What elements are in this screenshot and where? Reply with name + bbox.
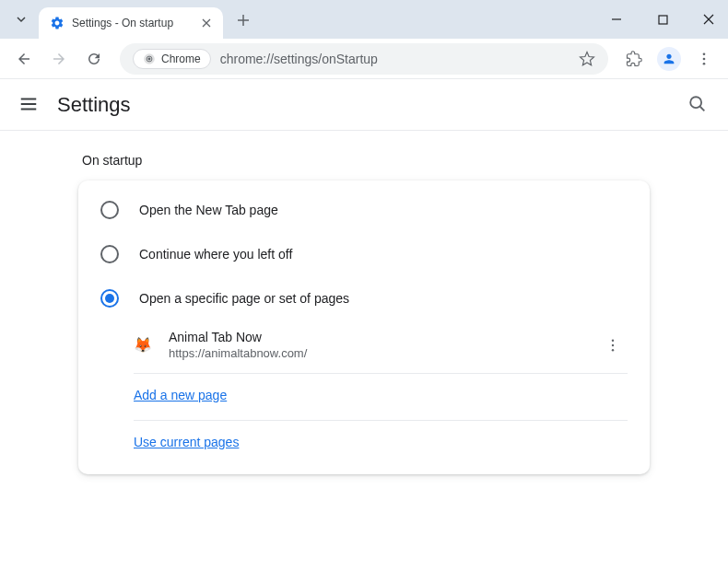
url-text: chrome://settings/onStartup — [220, 52, 569, 66]
arrow-left-icon — [16, 51, 32, 67]
svg-rect-0 — [659, 16, 667, 24]
reload-button[interactable] — [79, 44, 109, 74]
extensions-button[interactable] — [619, 44, 649, 74]
site-info-label: Chrome — [161, 52, 201, 65]
radio-option-specific-pages[interactable]: Open a specific page or set of pages — [78, 276, 650, 320]
add-page-link[interactable]: Add a new page — [134, 388, 227, 402]
page-favicon-icon: 🦊 — [134, 336, 152, 355]
add-page-row: Add a new page — [134, 373, 628, 416]
startup-page-row: 🦊 Animal Tab Now https://animaltabnow.co… — [78, 320, 650, 369]
startup-card: Open the New Tab page Continue where you… — [78, 180, 650, 474]
close-icon — [703, 14, 714, 25]
gear-icon — [50, 16, 65, 30]
tab-search-dropdown[interactable] — [9, 7, 33, 31]
radio-icon — [100, 289, 119, 308]
svg-point-8 — [612, 339, 614, 341]
browser-tab[interactable]: Settings - On startup — [39, 7, 223, 39]
radio-label: Open the New Tab page — [139, 203, 278, 217]
radio-label: Continue where you left off — [139, 247, 292, 262]
site-info-chip[interactable]: Chrome — [133, 49, 211, 69]
page-info: Animal Tab Now https://animaltabnow.com/ — [169, 330, 598, 360]
maximize-button[interactable] — [649, 6, 676, 33]
menu-button[interactable] — [689, 44, 719, 74]
hamburger-menu-button[interactable] — [18, 94, 41, 116]
svg-point-3 — [148, 57, 151, 60]
avatar-icon — [657, 47, 681, 71]
new-tab-button[interactable] — [230, 7, 256, 33]
chrome-icon — [143, 52, 156, 65]
radio-icon — [100, 201, 119, 219]
dots-vertical-icon — [696, 51, 712, 67]
puzzle-icon — [626, 51, 642, 67]
svg-point-10 — [612, 349, 614, 351]
search-button[interactable] — [687, 94, 710, 116]
close-window-button[interactable] — [695, 6, 722, 33]
use-current-pages-link[interactable]: Use current pages — [134, 435, 239, 449]
section-heading: On startup — [82, 153, 650, 168]
dots-vertical-icon — [605, 337, 621, 354]
window-controls — [603, 0, 722, 39]
browser-toolbar: Chrome chrome://settings/onStartup — [0, 39, 728, 79]
hamburger-icon — [18, 94, 39, 114]
radio-label: Open a specific page or set of pages — [139, 291, 349, 306]
radio-option-new-tab[interactable]: Open the New Tab page — [78, 188, 650, 232]
bookmark-button[interactable] — [579, 51, 595, 67]
search-icon — [687, 94, 708, 114]
plus-icon — [237, 14, 250, 27]
settings-header: Settings — [0, 79, 728, 131]
profile-button[interactable] — [654, 44, 684, 74]
address-bar[interactable]: Chrome chrome://settings/onStartup — [120, 43, 608, 75]
svg-point-4 — [703, 52, 706, 55]
svg-point-5 — [703, 57, 706, 60]
close-icon — [202, 18, 211, 28]
svg-point-6 — [703, 62, 706, 64]
reload-icon — [86, 51, 102, 67]
chevron-down-icon — [16, 14, 27, 25]
minimize-button[interactable] — [603, 6, 630, 33]
svg-point-7 — [690, 97, 701, 108]
page-actions-button[interactable] — [598, 331, 628, 360]
settings-content: On startup Open the New Tab page Continu… — [0, 131, 728, 474]
maximize-icon — [658, 15, 668, 25]
use-current-row: Use current pages — [134, 420, 628, 463]
page-url: https://animaltabnow.com/ — [169, 346, 598, 360]
radio-icon — [100, 245, 119, 263]
forward-button[interactable] — [44, 44, 74, 74]
page-name: Animal Tab Now — [169, 330, 598, 344]
back-button[interactable] — [9, 44, 39, 74]
minimize-icon — [611, 14, 622, 25]
page-title: Settings — [57, 93, 687, 117]
arrow-right-icon — [51, 51, 67, 67]
tab-close-button[interactable] — [199, 16, 214, 30]
star-icon — [579, 51, 595, 67]
radio-option-continue[interactable]: Continue where you left off — [78, 232, 650, 276]
tab-title: Settings - On startup — [72, 17, 199, 29]
window-titlebar: Settings - On startup — [0, 0, 728, 39]
svg-point-9 — [612, 343, 614, 345]
